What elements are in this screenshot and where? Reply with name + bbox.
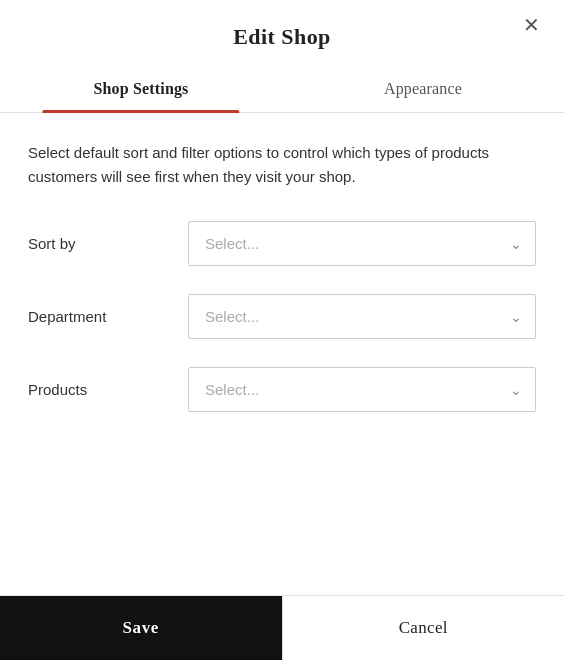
department-wrapper: Select... ⌄	[188, 294, 536, 339]
tab-shop-settings[interactable]: Shop Settings	[0, 66, 282, 112]
modal-overlay: Edit Shop ✕ Shop Settings Appearance Sel…	[0, 0, 564, 660]
modal-title: Edit Shop	[233, 24, 331, 50]
edit-shop-modal: Edit Shop ✕ Shop Settings Appearance Sel…	[0, 0, 564, 660]
modal-body: Select default sort and filter options t…	[0, 113, 564, 595]
modal-footer: Save Cancel	[0, 595, 564, 660]
sort-by-wrapper: Select... ⌄	[188, 221, 536, 266]
department-label: Department	[28, 308, 188, 325]
description-text: Select default sort and filter options t…	[28, 141, 536, 189]
modal-header: Edit Shop ✕	[0, 0, 564, 50]
cancel-button[interactable]: Cancel	[282, 596, 565, 660]
tab-appearance[interactable]: Appearance	[282, 66, 564, 112]
save-button[interactable]: Save	[0, 596, 282, 660]
products-select[interactable]: Select...	[188, 367, 536, 412]
sort-by-select[interactable]: Select...	[188, 221, 536, 266]
department-select[interactable]: Select...	[188, 294, 536, 339]
sort-by-label: Sort by	[28, 235, 188, 252]
sort-by-row: Sort by Select... ⌄	[28, 221, 536, 266]
close-button[interactable]: ✕	[519, 11, 544, 39]
department-row: Department Select... ⌄	[28, 294, 536, 339]
products-wrapper: Select... ⌄	[188, 367, 536, 412]
tabs-container: Shop Settings Appearance	[0, 66, 564, 113]
products-row: Products Select... ⌄	[28, 367, 536, 412]
products-label: Products	[28, 381, 188, 398]
